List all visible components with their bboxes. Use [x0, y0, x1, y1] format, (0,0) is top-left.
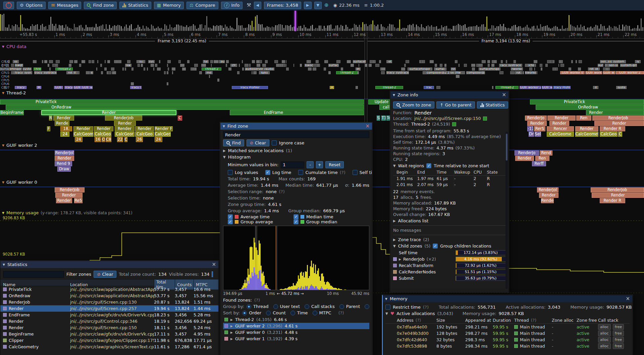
- close-icon[interactable]: ×: [365, 124, 370, 129]
- cpu-zone[interactable]: [603, 68, 606, 71]
- radio-sort-by-mtpc[interactable]: MTPC: [313, 310, 331, 315]
- statistics-title-bar[interactable]: ▼ Statistics ×: [0, 261, 218, 268]
- statistics-row[interactable]: Renderjni/../jni/src/guif/Screen.cpp:150…: [0, 324, 218, 331]
- frame-time-strip[interactable]: [0, 11, 644, 32]
- cpu-zone[interactable]: Thread-2: [202, 68, 222, 71]
- cpu-zone[interactable]: [314, 64, 317, 67]
- cpu-zone[interactable]: [308, 68, 312, 71]
- legend-toggle-median-time[interactable]: ✓Median time: [293, 214, 359, 219]
- cpu-zone[interactable]: kwoc: [305, 64, 314, 67]
- cpu-zone[interactable]: [535, 64, 536, 67]
- zone-segment[interactable]: F: [47, 126, 50, 131]
- cpu-zone[interactable]: GUIF worker 2: [616, 71, 644, 74]
- ignore-case-checkbox[interactable]: [272, 140, 277, 145]
- cpu-zone[interactable]: [506, 60, 507, 63]
- restrict-time-checkbox[interactable]: [385, 305, 390, 310]
- cpu-zone[interactable]: [276, 64, 278, 67]
- cpu-zone[interactable]: lgiks: [259, 71, 270, 74]
- histogram-plot[interactable]: [223, 226, 369, 290]
- zone-segment[interactable]: RenderJob: [105, 116, 142, 121]
- cpu-zone[interactable]: [401, 68, 405, 71]
- cpu-zone[interactable]: [328, 71, 331, 74]
- cpu-zone[interactable]: [49, 60, 53, 63]
- cpu-zone[interactable]: [444, 64, 446, 67]
- zone-segment[interactable]: 24: [60, 132, 69, 137]
- zone-segment[interactable]: 16: [95, 137, 101, 142]
- cpu-zone[interactable]: [558, 64, 559, 67]
- cpu-zone[interactable]: [404, 64, 406, 67]
- zone-segment[interactable]: Render: [56, 198, 72, 203]
- radio-group-by-thread[interactable]: Thread: [247, 304, 268, 309]
- column-name[interactable]: Name: [3, 282, 70, 287]
- cpu-zone[interactable]: [293, 64, 294, 67]
- zone-segment[interactable]: C: [618, 132, 622, 137]
- cpu-zone[interactable]: sys: [148, 60, 155, 63]
- cpu-zone[interactable]: [286, 68, 289, 71]
- cpu-zone[interactable]: icte: [528, 64, 534, 67]
- cpu-zone[interactable]: Thread-2: [375, 86, 403, 89]
- cpu-zone[interactable]: GUIF w: [603, 71, 615, 74]
- cpu-zone[interactable]: [100, 64, 102, 67]
- cpu-zone[interactable]: [178, 60, 181, 63]
- cpu-zone[interactable]: [523, 71, 524, 74]
- cpu-zone[interactable]: audioserver /audio: [245, 68, 274, 71]
- zone-segment[interactable]: CalcGeo: [94, 132, 111, 137]
- cpu-zone[interactable]: composer@: [466, 71, 485, 74]
- wait-region-row[interactable]: 1.91 ms1.97 ms61 μs-2R: [393, 176, 506, 182]
- zone-segment[interactable]: Render: [115, 126, 135, 131]
- zone-segment[interactable]: Render: [592, 193, 644, 198]
- cpu-zone[interactable]: [228, 68, 231, 71]
- find-zone-title-bar[interactable]: ▼ Find zone ×: [220, 123, 372, 130]
- cpu-zone[interactable]: [116, 60, 118, 63]
- zone-segment[interactable]: Render F: [155, 126, 173, 131]
- cpu-zone[interactable]: [464, 64, 467, 67]
- legend-toggle-group-average[interactable]: ✓Group average: [228, 219, 293, 224]
- cpu-zone[interactable]: Thread-2: [55, 68, 73, 71]
- zone-segment[interactable]: RenderJo: [525, 116, 547, 121]
- allocation-row[interactable]: 0x7dfaa64e00192 bytes298.21 ms59.95 sMai…: [385, 324, 630, 330]
- zone-segment[interactable]: OnRedraw: [536, 105, 644, 110]
- cpu-zone[interactable]: [559, 60, 561, 63]
- statistics-row[interactable]: BeginFramejni/../jni/src/claw/gfx/drv/vk…: [0, 331, 218, 337]
- power-button[interactable]: [3, 2, 14, 9]
- zone-segment[interactable]: Render: [94, 126, 113, 131]
- cpu-zone[interactable]: [127, 60, 130, 63]
- source-file-button[interactable]: [483, 117, 487, 121]
- statistics-row[interactable]: RenderJobjni/../jni/src/guif/Screen.cpp:…: [0, 299, 218, 305]
- cpu-zone[interactable]: [479, 64, 483, 67]
- zone-segment[interactable]: CalcGeo: [135, 132, 154, 137]
- free-callstack-button[interactable]: free: [613, 324, 624, 330]
- reset-button[interactable]: Reset: [325, 161, 344, 168]
- cpu-zone[interactable]: [370, 60, 374, 63]
- zone-segment[interactable]: RerS: [534, 126, 546, 131]
- thread-header-thread-2[interactable]: ▼ Thread-2: [2, 90, 26, 95]
- frame-marker-left[interactable]: Frame 3,193 (22.45 ms): [0, 38, 364, 44]
- radio-group-by-no-grouping[interactable]: No grouping: [365, 304, 369, 309]
- cpu-zone[interactable]: [560, 64, 565, 67]
- cpu-zone[interactable]: GUIF w: [542, 86, 553, 89]
- zone-segment[interactable]: Rend 9: [55, 161, 72, 166]
- cpu-zone[interactable]: A: [330, 86, 334, 89]
- cpu-zone[interactable]: [491, 64, 494, 67]
- zone-segment[interactable]: Rerff: [532, 161, 546, 166]
- free-callstack-button[interactable]: free: [613, 337, 624, 343]
- cpu-zone[interactable]: [122, 68, 124, 71]
- zone-segment[interactable]: CalcGeome: [73, 132, 94, 137]
- cpu-zone[interactable]: [107, 71, 108, 74]
- cpu-zone[interactable]: su: [139, 60, 144, 63]
- cpu-zone[interactable]: [316, 60, 319, 63]
- cpu-zone[interactable]: [89, 60, 91, 63]
- allocations-list[interactable]: ▶ Allocations list: [393, 218, 506, 224]
- zone-trace-header[interactable]: ▶ Zone trace (2): [393, 237, 506, 242]
- cpu-zone[interactable]: kw: [125, 64, 131, 67]
- cpu-zone[interactable]: [265, 60, 268, 63]
- cpu-zone[interactable]: [369, 64, 370, 67]
- zone-segment[interactable]: PrivateTick: [0, 99, 364, 104]
- child-zone-row[interactable]: Submit35.63 μs (0.79%): [393, 275, 506, 281]
- cpu-zone[interactable]: [155, 64, 157, 67]
- wrench-icon[interactable]: ⚒: [247, 3, 251, 8]
- cpu-zone[interactable]: [455, 60, 458, 63]
- cpu-zone[interactable]: [209, 75, 210, 78]
- cpu-zone[interactable]: [11, 64, 14, 67]
- thread-color-button[interactable]: [452, 122, 456, 126]
